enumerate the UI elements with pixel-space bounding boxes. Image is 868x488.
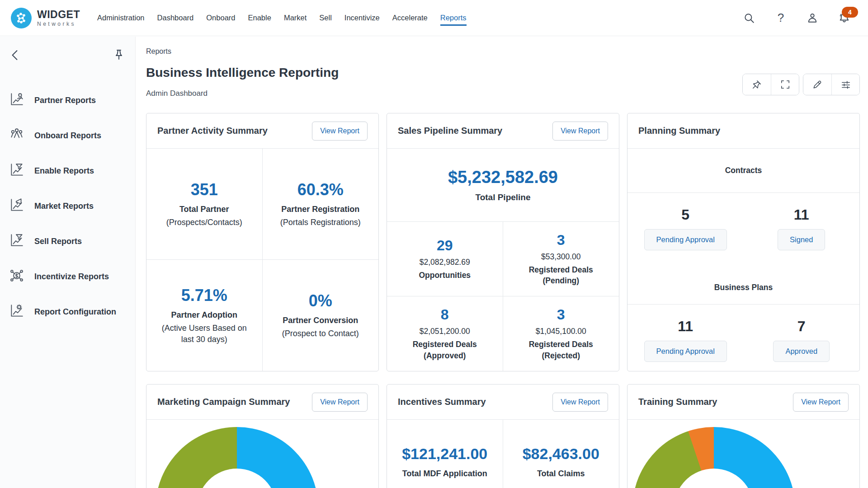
card-title: Partner Activity Summary xyxy=(157,126,268,136)
sidebar-item-label: Enable Reports xyxy=(34,166,94,176)
dashboard-grid: Partner Activity Summary View Report 351… xyxy=(146,113,860,488)
chart-person-icon xyxy=(9,92,24,109)
top-bar: WIDGET Networks Administration Dashboard… xyxy=(0,0,868,36)
view-report-button[interactable]: View Report xyxy=(793,393,849,412)
stat-total-mdf-application: $121,241.00 Total MDF Application xyxy=(387,420,503,488)
view-report-button[interactable]: View Report xyxy=(312,393,368,412)
nav-accelerate[interactable]: Accelerate xyxy=(392,10,428,26)
logo-title: WIDGET xyxy=(37,9,80,20)
sidebar-item-partner-reports[interactable]: Partner Reports xyxy=(0,83,135,118)
business-plans-section-label: Business Plans xyxy=(627,269,859,305)
edit-settings-group xyxy=(803,74,860,95)
contracts-signed-count: 11 xyxy=(794,206,809,223)
pin-dashboard-button[interactable] xyxy=(743,74,771,95)
card-title: Training Summary xyxy=(638,397,717,407)
nav-enable[interactable]: Enable xyxy=(248,10,271,26)
sidebar-item-sell-reports[interactable]: Sell Reports xyxy=(0,224,135,259)
business-plans-pending-approval-button[interactable]: Pending Approval xyxy=(644,341,727,362)
business-plans-approved-button[interactable]: Approved xyxy=(773,341,830,362)
logo-subtitle: Networks xyxy=(37,21,80,27)
nav-dashboard[interactable]: Dashboard xyxy=(157,10,194,26)
sidebar-item-onboard-reports[interactable]: Onboard Reports xyxy=(0,118,135,153)
stat-registered-deals-pending: 3 $53,300.00 Registered Deals (Pending) xyxy=(503,222,619,296)
view-report-button[interactable]: View Report xyxy=(552,393,608,412)
sidebar-item-label: Partner Reports xyxy=(34,96,96,105)
training-summary-card: Training Summary View Report xyxy=(627,384,860,488)
contracts-signed-button[interactable]: Signed xyxy=(778,229,825,250)
chart-megaphone-icon xyxy=(9,197,24,215)
marketing-donut-chart xyxy=(156,427,318,488)
sidebar-item-incentivize-reports[interactable]: Incentivize Reports xyxy=(0,259,135,294)
pin-sidebar-icon[interactable] xyxy=(113,48,124,64)
stat-total-claims: $82,463.00 Total Claims xyxy=(503,420,619,488)
help-icon[interactable]: ? xyxy=(773,10,788,26)
collapse-sidebar-button[interactable] xyxy=(9,47,21,65)
card-title: Marketing Campaign Summary xyxy=(157,397,290,407)
partner-activity-summary-card: Partner Activity Summary View Report 351… xyxy=(146,113,379,371)
chart-funnel-icon xyxy=(9,233,24,250)
nav-onboard[interactable]: Onboard xyxy=(206,10,235,26)
main-content: Reports Business Intelligence Reporting … xyxy=(136,37,868,488)
topbar-icons: ? 4 xyxy=(741,10,868,26)
logo-network-icon xyxy=(11,8,32,28)
stat-total-partner: 351 Total Partner (Prospects/Contacts) xyxy=(146,149,263,260)
dashboard-filters-button[interactable] xyxy=(831,74,859,95)
nav-reports[interactable]: Reports xyxy=(440,10,467,26)
view-report-button[interactable]: View Report xyxy=(552,122,608,141)
nav-administration[interactable]: Administration xyxy=(97,10,145,26)
planning-summary-card: Planning Summary Contracts 5 Pending App… xyxy=(627,113,860,371)
nav-incentivize[interactable]: Incentivize xyxy=(344,10,380,26)
stat-partner-conversion: 0% Partner Conversion (Prospect to Conta… xyxy=(263,260,379,371)
main-nav: Administration Dashboard Onboard Enable … xyxy=(97,10,467,26)
business-plans-approved-count: 7 xyxy=(797,318,806,335)
stat-partner-registration: 60.3% Partner Registration (Portals Regi… xyxy=(263,149,379,260)
people-group-icon xyxy=(9,127,24,144)
logo-text: WIDGET Networks xyxy=(37,9,80,27)
report-menu: Partner Reports Onboard Reports Enable R… xyxy=(0,83,135,329)
sidebar-item-label: Onboard Reports xyxy=(34,131,101,141)
stat-registered-deals-approved: 8 $2,051,200.00 Registered Deals (Approv… xyxy=(387,296,503,371)
notifications-bell-icon[interactable]: 4 xyxy=(836,10,852,26)
edit-dashboard-button[interactable] xyxy=(803,74,831,95)
fullscreen-button[interactable] xyxy=(771,74,799,95)
dollar-network-icon xyxy=(9,268,24,285)
card-title: Incentives Summary xyxy=(398,397,486,407)
view-report-button[interactable]: View Report xyxy=(312,122,368,141)
training-donut-chart xyxy=(632,427,795,488)
card-title: Sales Pipeline Summary xyxy=(398,126,502,136)
dashboard-actions xyxy=(742,74,860,95)
notification-badge: 4 xyxy=(842,7,858,18)
sidebar-item-label: Market Reports xyxy=(34,202,94,211)
business-plans-pending-count: 11 xyxy=(678,318,693,335)
stat-registered-deals-rejected: 3 $1,045,100.00 Registered Deals (Reject… xyxy=(503,296,619,371)
nav-sell[interactable]: Sell xyxy=(319,10,332,26)
search-icon[interactable] xyxy=(741,10,757,26)
nav-market[interactable]: Market xyxy=(284,10,307,26)
incentives-summary-card: Incentives Summary View Report $121,241.… xyxy=(387,384,619,488)
sidebar-item-label: Report Configuration xyxy=(34,307,116,317)
contracts-section-label: Contracts xyxy=(627,149,859,193)
sidebar-item-label: Sell Reports xyxy=(34,237,82,246)
chart-funnel-icon xyxy=(9,162,24,179)
sidebar-item-enable-reports[interactable]: Enable Reports xyxy=(0,153,135,188)
sidebar-item-market-reports[interactable]: Market Reports xyxy=(0,188,135,224)
breadcrumb[interactable]: Reports xyxy=(136,37,868,56)
sales-pipeline-summary-card: Sales Pipeline Summary View Report $5,23… xyxy=(387,113,619,371)
card-title: Planning Summary xyxy=(638,126,720,136)
stat-partner-adoption: 5.71% Partner Adoption (Active Users Bas… xyxy=(146,260,263,371)
sidebar-item-report-configuration[interactable]: Report Configuration xyxy=(0,294,135,329)
contracts-pending-count: 5 xyxy=(681,206,689,223)
contracts-stats: 5 Pending Approval 11 Signed xyxy=(627,193,859,269)
stat-opportunities: 29 $2,082,982.69 Opportunities xyxy=(387,222,503,296)
sidebar: Partner Reports Onboard Reports Enable R… xyxy=(0,37,136,488)
user-icon[interactable] xyxy=(805,10,820,26)
pin-fullscreen-group xyxy=(742,74,799,95)
sidebar-item-label: Incentivize Reports xyxy=(34,272,109,282)
total-pipeline: $5,232,582.69 Total Pipeline xyxy=(387,149,619,222)
chart-gear-icon xyxy=(9,303,24,320)
marketing-campaign-summary-card: Marketing Campaign Summary View Report xyxy=(146,384,379,488)
logo[interactable]: WIDGET Networks xyxy=(0,8,97,28)
business-plans-stats: 11 Pending Approval 7 Approved xyxy=(627,305,859,371)
contracts-pending-approval-button[interactable]: Pending Approval xyxy=(644,229,727,250)
